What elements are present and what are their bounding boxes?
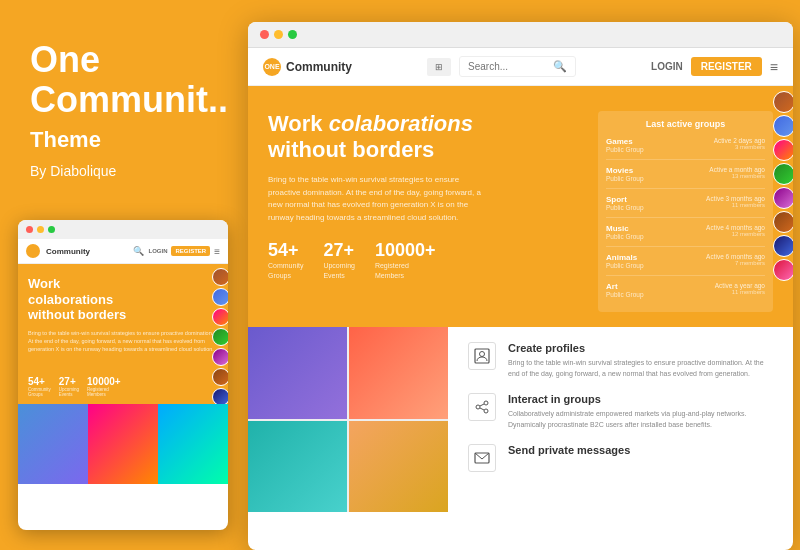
svg-point-4 bbox=[484, 409, 488, 413]
search-icon: 🔍 bbox=[553, 60, 567, 73]
nav-grid-icon[interactable]: ⊞ bbox=[427, 58, 451, 76]
hero-stat-label-2: UpcomingEvents bbox=[323, 261, 355, 281]
groups-panel: Last active groups Games Public Group Ac… bbox=[598, 111, 773, 312]
bottom-image-2 bbox=[349, 327, 448, 419]
theme-by: By Diabolique bbox=[30, 163, 210, 179]
feature-interact-groups-title: Interact in groups bbox=[508, 393, 773, 405]
browser-dot-green bbox=[288, 30, 297, 39]
group-item-movies: Movies Public Group Active a month ago 1… bbox=[606, 166, 765, 189]
group-item-games: Games Public Group Active 2 days ago 3 m… bbox=[606, 137, 765, 160]
hero-stat-2: 27+ UpcomingEvents bbox=[323, 240, 355, 281]
mobile-search-icon: 🔍 bbox=[133, 246, 144, 256]
feature-create-profiles-content: Create profiles Bring to the table win-w… bbox=[508, 342, 773, 379]
mobile-stat-3: 10000+ RegisteredMembers bbox=[87, 376, 121, 399]
hero-stat-num-1: 54+ bbox=[268, 240, 303, 261]
features-panel: Create profiles Bring to the table win-w… bbox=[448, 327, 793, 512]
create-profiles-icon bbox=[468, 342, 496, 370]
mobile-browser-chrome bbox=[18, 220, 228, 239]
hero-stat-label-1: CommunityGroups bbox=[268, 261, 303, 281]
browser-chrome bbox=[248, 22, 793, 48]
bottom-image-1 bbox=[248, 327, 347, 419]
hero-avatar-5 bbox=[773, 187, 793, 209]
mobile-stat-num-3: 10000+ bbox=[87, 376, 121, 387]
mobile-avatar-5 bbox=[212, 348, 228, 366]
mobile-image-1 bbox=[18, 404, 88, 484]
hero-stat-label-3: RegisteredMembers bbox=[375, 261, 436, 281]
hero-avatar-8 bbox=[773, 259, 793, 281]
nav-logo-badge: ONE bbox=[263, 58, 281, 76]
register-button[interactable]: REGISTER bbox=[691, 57, 762, 76]
browser-dot-red bbox=[260, 30, 269, 39]
mobile-dot-green bbox=[48, 226, 55, 233]
feature-interact-groups-content: Interact in groups Collaboratively admin… bbox=[508, 393, 773, 430]
mobile-images-strip bbox=[18, 404, 228, 484]
mobile-stat-label-2: UpcomingEvents bbox=[59, 387, 79, 399]
hero-avatar-7 bbox=[773, 235, 793, 257]
send-messages-icon bbox=[468, 444, 496, 472]
bottom-image-4 bbox=[349, 421, 448, 513]
desktop-nav: ONE Community ⊞ 🔍 LOGIN REGISTER ≡ bbox=[248, 48, 793, 86]
mobile-image-2 bbox=[88, 404, 158, 484]
bottom-section: Create profiles Bring to the table win-w… bbox=[248, 327, 793, 512]
mobile-mockup: Community 🔍 LOGIN REGISTER ≡ Work colabo… bbox=[18, 220, 228, 530]
nav-logo-text: Community bbox=[286, 60, 352, 74]
mobile-nav: Community 🔍 LOGIN REGISTER ≡ bbox=[18, 239, 228, 264]
svg-point-1 bbox=[480, 352, 485, 357]
mobile-hero-desc: Bring to the table win-win survival stra… bbox=[28, 329, 218, 354]
bottom-images bbox=[248, 327, 448, 512]
hero-avatar-6 bbox=[773, 211, 793, 233]
mobile-stat-label-3: RegisteredMembers bbox=[87, 387, 121, 399]
group-item-art: Art Public Group Active a year ago 11 me… bbox=[606, 282, 765, 304]
mobile-stat-num-1: 54+ bbox=[28, 376, 51, 387]
hero-stat-num-3: 10000+ bbox=[375, 240, 436, 261]
hero-avatar-2 bbox=[773, 115, 793, 137]
login-button[interactable]: LOGIN bbox=[651, 61, 683, 72]
mobile-hamburger-icon[interactable]: ≡ bbox=[214, 246, 220, 257]
mobile-logo-badge bbox=[26, 244, 40, 258]
nav-center: ⊞ 🔍 bbox=[427, 56, 576, 77]
hero-stat-3: 10000+ RegisteredMembers bbox=[375, 240, 436, 281]
interact-groups-icon bbox=[468, 393, 496, 421]
search-box: 🔍 bbox=[459, 56, 576, 77]
feature-create-profiles-title: Create profiles bbox=[508, 342, 773, 354]
bottom-image-3 bbox=[248, 421, 347, 513]
mobile-avatar-1 bbox=[212, 268, 228, 286]
theme-subtitle: Theme bbox=[30, 127, 210, 153]
svg-line-5 bbox=[480, 404, 484, 406]
mobile-hero-title: Work colaborations without borders bbox=[28, 276, 218, 323]
mobile-logo-text: Community bbox=[46, 247, 90, 256]
groups-panel-title: Last active groups bbox=[606, 119, 765, 129]
svg-point-2 bbox=[476, 405, 480, 409]
mobile-image-3 bbox=[158, 404, 228, 484]
group-item-music: Music Public Group Active 4 months ago 1… bbox=[606, 224, 765, 247]
group-item-sport: Sport Public Group Active 3 months ago 1… bbox=[606, 195, 765, 218]
hero-section: Work colaborations without borders Bring… bbox=[248, 86, 793, 327]
mobile-stat-label-1: CommunityGroups bbox=[28, 387, 51, 399]
mobile-avatar-2 bbox=[212, 288, 228, 306]
theme-title: One Communit.. bbox=[30, 40, 210, 119]
hamburger-icon[interactable]: ≡ bbox=[770, 59, 778, 75]
svg-line-6 bbox=[480, 408, 484, 410]
mobile-avatar-4 bbox=[212, 328, 228, 346]
hero-avatar-3 bbox=[773, 139, 793, 161]
feature-send-messages: Send private messages bbox=[468, 444, 773, 472]
mobile-dot-yellow bbox=[37, 226, 44, 233]
mobile-register-button[interactable]: REGISTER bbox=[171, 246, 210, 256]
hero-title: Work colaborations without borders bbox=[268, 111, 583, 164]
svg-point-3 bbox=[484, 401, 488, 405]
feature-interact-groups-desc: Collaboratively administrate empowered m… bbox=[508, 409, 773, 430]
feature-send-messages-title: Send private messages bbox=[508, 444, 630, 456]
hero-avatars bbox=[773, 91, 793, 281]
hero-avatar-4 bbox=[773, 163, 793, 185]
mobile-hero: Work colaborations without borders Bring… bbox=[18, 264, 228, 370]
search-input[interactable] bbox=[468, 61, 548, 72]
mobile-stat-1: 54+ CommunityGroups bbox=[28, 376, 51, 399]
title-line2: Communit.. bbox=[30, 79, 228, 120]
hero-avatar-1 bbox=[773, 91, 793, 113]
feature-create-profiles: Create profiles Bring to the table win-w… bbox=[468, 342, 773, 379]
mobile-stat-2: 27+ UpcomingEvents bbox=[59, 376, 79, 399]
mobile-logo: Community bbox=[26, 244, 90, 258]
mobile-nav-right: 🔍 LOGIN REGISTER ≡ bbox=[133, 246, 220, 257]
mobile-login-button[interactable]: LOGIN bbox=[148, 248, 167, 254]
hero-description: Bring to the table win-win survival stra… bbox=[268, 174, 488, 225]
